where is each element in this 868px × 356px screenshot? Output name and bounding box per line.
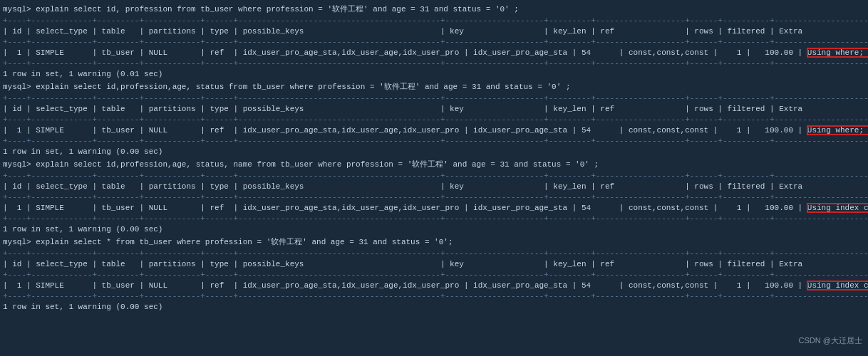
query-section-3: mysql> explain select id,profession,age,…	[3, 159, 865, 235]
result-line-1: 1 row in set, 1 warning (0.01 sec)	[3, 69, 865, 80]
header-row-1: | id | select_type | table | partitions …	[3, 26, 865, 37]
divider-top-4: +----+-------------+---------+----------…	[3, 248, 865, 259]
data-row-2: | 1 | SIMPLE | tb_user | NULL | ref | id…	[3, 125, 865, 136]
divider-top-1: +----+-------------+---------+----------…	[3, 16, 865, 26]
extra-highlight-4: Using index condition	[807, 281, 868, 290]
header-row-3: | id | select_type | table | partitions …	[3, 182, 865, 192]
divider-top-2: +----+-------------+---------+----------…	[3, 93, 865, 104]
divider-bot-4: +----+-------------+---------+----------…	[3, 291, 865, 302]
divider-mid-1: +----+-------------+---------+----------…	[3, 37, 865, 48]
divider-mid-2: +----+-------------+---------+----------…	[3, 115, 865, 125]
result-line-3: 1 row in set, 1 warning (0.00 sec)	[3, 224, 865, 235]
query-line-4: mysql> explain select * from tb_user whe…	[3, 237, 865, 248]
divider-bot-1: +----+-------------+---------+----------…	[3, 58, 865, 69]
result-line-2: 1 row in set, 1 warning (0.00 sec)	[3, 147, 865, 157]
divider-bot-3: +----+-------------+---------+----------…	[3, 214, 865, 224]
header-row-4: | id | select_type | table | partitions …	[3, 259, 865, 270]
query-section-4: mysql> explain select * from tb_user whe…	[3, 237, 865, 313]
divider-top-3: +----+-------------+---------+----------…	[3, 171, 865, 182]
data-row-3: | 1 | SIMPLE | tb_user | NULL | ref | id…	[3, 203, 865, 214]
extra-highlight-3: Using index condition	[807, 204, 868, 212]
data-row-1: | 1 | SIMPLE | tb_user | NULL | ref | id…	[3, 48, 865, 58]
watermark: CSDN @大迁居士	[799, 335, 862, 346]
divider-bot-2: +----+-------------+---------+----------…	[3, 136, 865, 147]
header-row-2: | id | select_type | table | partitions …	[3, 104, 865, 115]
extra-highlight-2: Using where; Using index	[807, 126, 868, 135]
divider-mid-4: +----+-------------+---------+----------…	[3, 270, 865, 281]
query-line-1: mysql> explain select id, profession fro…	[3, 4, 865, 15]
terminal-window: mysql> explain select id, profession fro…	[0, 0, 868, 349]
extra-highlight-1: Using where; Using index	[807, 48, 868, 57]
result-line-4: 1 row in set, 1 warning (0.00 sec)	[3, 302, 865, 313]
query-line-2: mysql> explain select id,profession,age,…	[3, 82, 865, 93]
query-section-1: mysql> explain select id, profession fro…	[3, 4, 865, 80]
divider-mid-3: +----+-------------+---------+----------…	[3, 192, 865, 203]
data-row-4: | 1 | SIMPLE | tb_user | NULL | ref | id…	[3, 281, 865, 291]
query-line-3: mysql> explain select id,profession,age,…	[3, 159, 865, 170]
query-section-2: mysql> explain select id,profession,age,…	[3, 82, 865, 157]
